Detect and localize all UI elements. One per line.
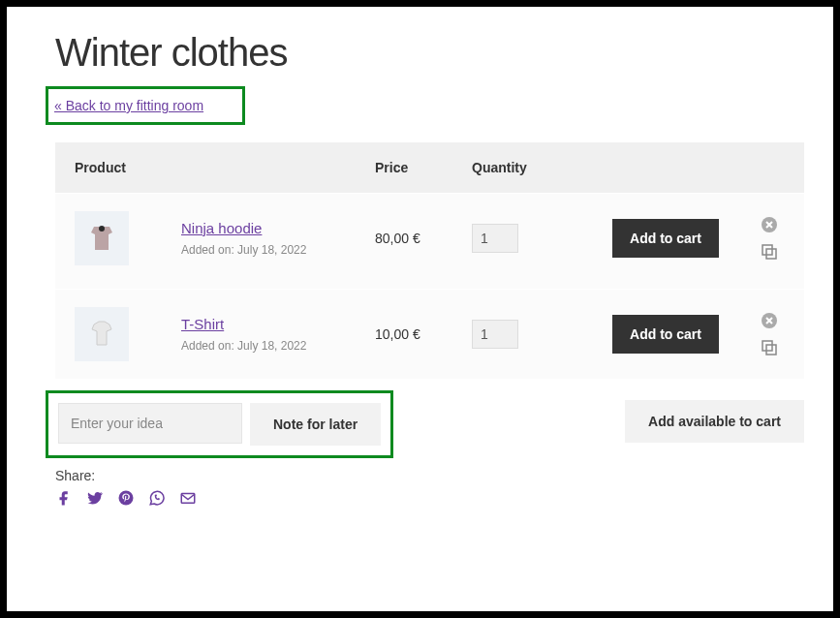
add-available-to-cart-button[interactable]: Add available to cart [625, 400, 804, 443]
twitter-icon[interactable] [86, 489, 104, 510]
svg-rect-8 [766, 345, 776, 355]
idea-input[interactable] [58, 403, 242, 444]
add-to-cart-button[interactable]: Add to cart [612, 315, 719, 354]
added-on-label: Added on: July 18, 2022 [181, 243, 375, 257]
table-row: T-Shirt Added on: July 18, 2022 10,00 € … [55, 289, 804, 379]
product-name-link[interactable]: Ninja hoodie [181, 220, 262, 236]
page-title: Winter clothes [55, 31, 804, 75]
svg-rect-4 [766, 249, 776, 259]
price-value: 80,00 € [375, 231, 472, 246]
added-on-label: Added on: July 18, 2022 [181, 339, 375, 353]
compare-icon[interactable] [762, 244, 777, 260]
header-product: Product [75, 160, 375, 175]
remove-icon[interactable] [762, 217, 777, 232]
note-for-later-button[interactable]: Note for later [250, 403, 381, 446]
remove-icon[interactable] [762, 313, 777, 328]
price-value: 10,00 € [375, 326, 472, 342]
product-thumbnail[interactable] [75, 211, 129, 265]
facebook-icon[interactable] [55, 489, 73, 510]
compare-icon[interactable] [762, 340, 777, 355]
email-icon[interactable] [179, 489, 197, 510]
svg-point-1 [99, 226, 105, 232]
product-meta: T-Shirt Added on: July 18, 2022 [181, 316, 375, 353]
tshirt-icon [82, 315, 121, 354]
table-header: Product Price Quantity [55, 142, 804, 193]
svg-rect-7 [762, 341, 772, 351]
wishlist-table: Product Price Quantity Ninja hoodie Adde… [55, 142, 804, 379]
header-price: Price [375, 160, 472, 175]
header-quantity: Quantity [472, 160, 588, 175]
share-label: Share: [55, 468, 95, 483]
back-link-highlight: « Back to my fitting room [46, 86, 245, 125]
table-row: Ninja hoodie Added on: July 18, 2022 80,… [55, 193, 804, 283]
product-thumbnail[interactable] [75, 307, 129, 361]
hoodie-icon [82, 219, 121, 258]
whatsapp-icon[interactable] [148, 489, 166, 510]
back-to-fitting-room-link[interactable]: « Back to my fitting room [54, 98, 203, 113]
svg-rect-3 [762, 245, 772, 255]
pinterest-icon[interactable] [117, 489, 135, 510]
quantity-input[interactable] [472, 320, 518, 349]
add-to-cart-button[interactable]: Add to cart [612, 219, 719, 258]
product-name-link[interactable]: T-Shirt [181, 316, 224, 332]
product-meta: Ninja hoodie Added on: July 18, 2022 [181, 220, 375, 257]
quantity-input[interactable] [472, 224, 518, 253]
note-highlight: Note for later [46, 390, 393, 458]
